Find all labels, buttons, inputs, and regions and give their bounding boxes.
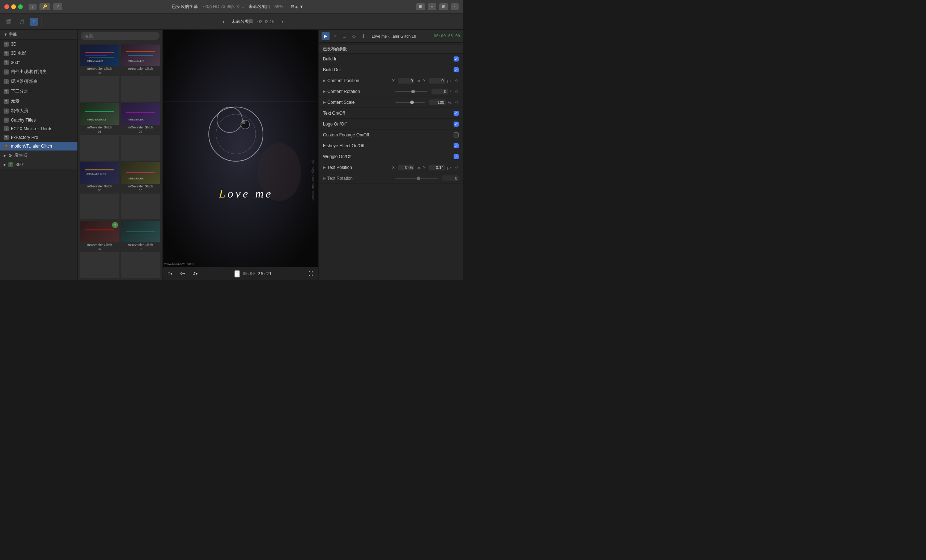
content-rotation-value[interactable] <box>431 89 448 94</box>
content-pos-reset[interactable]: ⟲ <box>454 78 458 83</box>
library-title-text: 字幕 <box>9 32 17 36</box>
sidebar-item-catchy-titles[interactable]: T Catchy Titles <box>0 116 77 124</box>
wriggle-checkbox[interactable] <box>454 154 458 159</box>
text-rotation-expand[interactable]: ▶ <box>323 176 326 180</box>
inspector-tab-meta[interactable]: ℹ <box>360 32 366 40</box>
sidebar-item-credits[interactable]: T 制作人员 <box>0 106 77 116</box>
nav-next-btn[interactable]: › <box>279 18 286 26</box>
text-rotation-control <box>393 176 459 181</box>
thumb-glitch03: mREVEALER LT <box>80 103 120 125</box>
content-rotation-expand[interactable]: ▶ <box>323 89 326 93</box>
settings-btn[interactable]: ⊞ <box>439 3 448 10</box>
build-out-checkbox[interactable] <box>454 67 458 73</box>
content-rotation-reset[interactable]: ⟲ <box>454 89 458 94</box>
browser-item-glitch06[interactable]: mREVEALER mRevealer Glitch06 <box>121 162 160 219</box>
text-rotation-track[interactable] <box>395 178 439 179</box>
content-position-expand[interactable]: ▶ <box>323 79 326 82</box>
text-pos-y[interactable] <box>429 165 445 170</box>
inspector-tab-video[interactable]: ▶ <box>322 32 330 40</box>
inspector-tab-info[interactable]: □ <box>341 32 348 40</box>
nav-prev-btn[interactable]: ‹ <box>220 18 227 26</box>
sidebar-item-components[interactable]: T 构件出现/构件消失 <box>0 67 77 77</box>
content-rotation-thumb[interactable] <box>411 90 415 93</box>
content-pos-y[interactable] <box>429 78 445 83</box>
analyze-btn[interactable]: ↺▾ <box>190 270 200 277</box>
svg-rect-11 <box>85 169 114 170</box>
text-rotation-value[interactable] <box>442 176 458 181</box>
sidebar-item-elements[interactable]: T 元素 <box>0 96 77 106</box>
transform-btn[interactable]: ⊹▾ <box>178 270 188 277</box>
installed-subtitle-label: 已安装的字幕 <box>172 4 198 10</box>
svg-rect-7 <box>85 111 114 112</box>
svg-point-22 <box>242 121 246 124</box>
library-group-360[interactable]: ▶ T 360° <box>0 160 77 169</box>
time-total: 26:21 <box>257 271 272 276</box>
text-rotation-thumb[interactable] <box>417 177 420 180</box>
play-button[interactable]: ▶ <box>235 270 240 277</box>
content-pos-x[interactable] <box>398 78 414 83</box>
item-label: Catchy Titles <box>11 118 36 123</box>
minimize-button[interactable] <box>11 5 16 9</box>
browser-item-glitch08[interactable]: mRevealer Glitch08 <box>121 221 160 278</box>
text-pos-reset[interactable]: ⟲ <box>454 165 458 170</box>
check-btn[interactable]: ✓ <box>53 3 62 10</box>
music-btn[interactable]: 🎵 <box>16 18 27 26</box>
media-icon: 🎬 <box>6 19 11 24</box>
list-view-btn[interactable]: ≡ <box>428 3 436 10</box>
content-scale-reset[interactable]: ⟲ <box>454 100 458 105</box>
key-btn[interactable]: 🔑 <box>39 3 50 10</box>
browser-item-glitch04[interactable]: mREVEALER mRevealer Glitch04 <box>121 103 160 160</box>
item-label: 元素 <box>11 98 20 104</box>
browser-item-glitch05[interactable]: JREVEALER GLITC mRevealer Glitch05 <box>80 162 120 219</box>
preview-controls: □▾ ⊹▾ ↺▾ ▶ 00:00 26:21 ⛶ <box>163 267 318 280</box>
content-rotation-control: ° ⟲ <box>393 89 459 94</box>
library-panel: ▼ 字幕 T 3D T 3D 电影 T 360° T 构件出现/构件消失 T <box>0 30 78 280</box>
build-in-checkbox[interactable] <box>454 56 458 62</box>
sidebar-item-fxfactory[interactable]: T FxFactory Pro <box>0 133 77 142</box>
text-onoff-checkbox[interactable] <box>454 111 458 116</box>
text-onoff-label: Text On/Off <box>323 111 454 116</box>
sidebar-item-buffer[interactable]: T 缓冲器/开场白 <box>0 77 77 86</box>
inspector-row-build-in: Build In <box>319 53 463 64</box>
text-position-control: X px Y px ⟲ <box>392 165 458 170</box>
title-btn[interactable]: T <box>30 18 38 26</box>
item-label: 构件出现/构件消失 <box>11 69 47 75</box>
content-scale-expand[interactable]: ▶ <box>323 100 326 104</box>
fullscreen-btn[interactable]: ⛶ <box>306 270 315 277</box>
content-scale-value[interactable] <box>429 100 446 105</box>
grid-view-btn[interactable]: ⊞ <box>416 3 425 10</box>
fisheye-checkbox[interactable] <box>454 143 458 148</box>
close-button[interactable] <box>5 5 9 9</box>
download-btn[interactable]: ↓ <box>29 4 36 10</box>
inspector-tab-audio[interactable]: ≡ <box>332 32 339 40</box>
display-btn[interactable]: 显示 ▼ <box>287 3 306 11</box>
aspect-ratio-btn[interactable]: □▾ <box>166 270 175 277</box>
sidebar-item-3d[interactable]: T 3D <box>0 40 77 48</box>
custom-footage-checkbox[interactable] <box>454 132 458 138</box>
content-scale-thumb[interactable] <box>410 101 414 104</box>
content-scale-track[interactable] <box>395 101 425 103</box>
sidebar-item-motionvf[interactable]: T motionVF...aler Glitch <box>0 142 77 150</box>
text-pos-x[interactable] <box>398 165 414 170</box>
content-rotation-track[interactable] <box>395 91 427 92</box>
content-position-control: X px Y px ⟲ <box>392 78 458 83</box>
svg-rect-15 <box>85 229 114 230</box>
browser-item-glitch03[interactable]: mREVEALER LT mRevealer Glitch03 <box>80 103 120 160</box>
sidebar-item-3d-movie[interactable]: T 3D 电影 <box>0 48 77 58</box>
logo-onoff-checkbox[interactable] <box>454 121 458 127</box>
library-group-generator[interactable]: ▶ ⚙ 发生器 <box>0 150 77 160</box>
inspector-clip-time: 00:00:05:00 <box>434 34 460 38</box>
inspector-tab-share[interactable]: ◇ <box>350 32 358 40</box>
sidebar-item-lower-third[interactable]: T 下三分之一 <box>0 86 77 96</box>
browser-search-input[interactable] <box>81 32 159 40</box>
sidebar-item-360[interactable]: T 360° <box>0 58 77 67</box>
media-btn[interactable]: 🎬 <box>3 18 14 26</box>
browser-item-glitch02[interactable]: mREVEALER mRevealer Glitch02 <box>121 44 160 101</box>
maximize-button[interactable] <box>18 5 23 9</box>
thumb-glitch02: mREVEALER <box>121 44 160 66</box>
share-btn[interactable]: ↑ <box>451 3 459 10</box>
text-position-expand[interactable]: ▶ <box>323 165 326 169</box>
browser-item-glitch07[interactable]: + mRevealer Glitch07 <box>80 221 120 278</box>
sidebar-item-fcpx-mini[interactable]: T FCPX Mini...er Thirds <box>0 124 77 133</box>
browser-item-glitch01[interactable]: mREVEALER mRevealer Glitch01 <box>80 44 120 101</box>
